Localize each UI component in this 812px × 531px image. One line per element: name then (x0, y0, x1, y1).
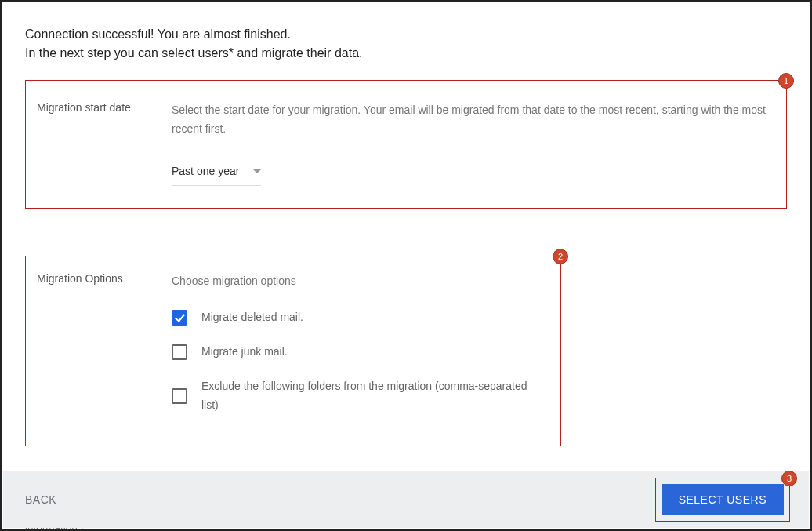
migration-start-section: 1 Migration start date Select the start … (25, 80, 787, 209)
annotation-badge-3: 3 (781, 471, 797, 486)
select-users-button[interactable]: SELECT USERS (662, 484, 784, 515)
option-exclude-folders: Exclude the following folders from the m… (172, 377, 546, 415)
migration-options-section: 2 Migration Options Choose migration opt… (25, 256, 561, 446)
option-label: Exclude the following folders from the m… (201, 377, 546, 415)
back-button[interactable]: BACK (25, 493, 56, 506)
heading-line1: Connection successful! You are almost fi… (25, 25, 787, 44)
select-users-highlight: 3 SELECT USERS (655, 478, 790, 522)
page-heading: Connection successful! You are almost fi… (25, 25, 787, 63)
chevron-down-icon (253, 169, 261, 173)
option-migrate-deleted: Migrate deleted mail. (172, 308, 546, 327)
option-label: Migrate deleted mail. (201, 308, 303, 327)
migration-start-dropdown[interactable]: Past one year (172, 162, 261, 187)
migration-options-description: Choose migration options (172, 272, 546, 291)
option-migrate-junk: Migrate junk mail. (172, 343, 546, 362)
annotation-badge-2: 2 (553, 249, 568, 264)
checkbox-migrate-junk[interactable] (172, 344, 187, 360)
migration-start-selected: Past one year (172, 162, 239, 181)
migration-options-label: Migration Options (37, 272, 172, 285)
heading-line2: In the next step you can select users* a… (25, 44, 787, 63)
annotation-badge-1: 1 (778, 73, 794, 89)
option-label: Migrate junk mail. (201, 343, 288, 362)
checkbox-migrate-deleted[interactable] (172, 310, 187, 326)
checkbox-exclude-folders[interactable] (172, 388, 187, 404)
migration-start-description: Select the start date for your migration… (172, 101, 772, 139)
options-list: Migrate deleted mail. Migrate junk mail.… (172, 308, 546, 414)
footer-bar: BACK 3 SELECT USERS (3, 471, 809, 528)
migration-start-label: Migration start date (37, 101, 172, 114)
